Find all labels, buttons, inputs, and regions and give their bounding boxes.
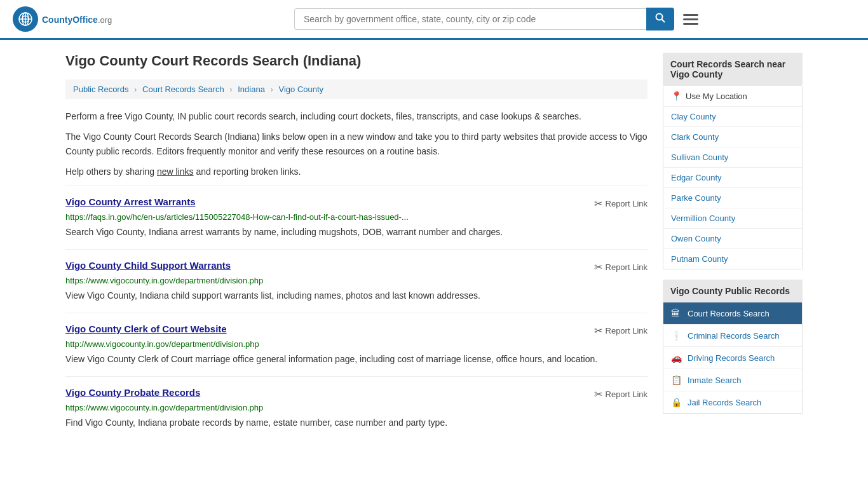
nearby-link-item-2[interactable]: Sullivan County <box>663 147 802 168</box>
public-records-list: 🏛 Court Records Search ❕ Criminal Record… <box>663 302 803 414</box>
report-link-label: Report Link <box>606 262 648 272</box>
nearby-section-title: Court Records Search near Vigo County <box>663 53 803 86</box>
nearby-link-6[interactable]: Owen County <box>663 229 802 248</box>
result-header: Vigo County Clerk of Court Website ✂ Rep… <box>65 323 648 337</box>
result-url-0: https://faqs.in.gov/hc/en-us/articles/11… <box>65 212 648 222</box>
nearby-link-4[interactable]: Parke County <box>663 188 802 208</box>
breadcrumb-indiana[interactable]: Indiana <box>238 85 265 94</box>
logo-icon <box>13 6 38 32</box>
public-record-label-2: Driving Records Search <box>688 353 775 363</box>
public-record-item-0[interactable]: 🏛 Court Records Search <box>663 302 802 325</box>
result-url-3: https://www.vigocounty.in.gov/department… <box>65 403 648 412</box>
results-container: Vigo County Arrest Warrants ✂ Report Lin… <box>65 186 648 440</box>
record-icon-3: 📋 <box>671 375 682 385</box>
nearby-link-item-0[interactable]: Clay County <box>663 107 802 127</box>
public-record-label-3: Inmate Search <box>688 376 742 385</box>
nearby-link-item-7[interactable]: Putnam County <box>663 249 802 269</box>
breadcrumb-vigo-county[interactable]: Vigo County <box>279 85 324 94</box>
public-record-label-0: Court Records Search <box>688 309 770 318</box>
scissors-icon: ✂ <box>594 198 602 210</box>
public-record-link-0[interactable]: 🏛 Court Records Search <box>663 302 802 324</box>
new-links-link[interactable]: new links <box>157 166 194 177</box>
description-2: The Vigo County Court Records Search (In… <box>65 130 648 158</box>
search-input[interactable] <box>294 8 646 30</box>
result-title-2[interactable]: Vigo County Clerk of Court Website <box>65 323 227 334</box>
result-desc-1: View Vigo County, Indiana child support … <box>65 289 648 302</box>
search-area <box>294 8 701 30</box>
report-link-label: Report Link <box>606 199 648 208</box>
nearby-link-item-1[interactable]: Clark County <box>663 127 802 147</box>
nearby-links-list: 📍 Use My Location Clay CountyClark Count… <box>663 86 803 269</box>
record-icon-0: 🏛 <box>671 308 682 318</box>
logo-text: CountyOffice.org <box>42 13 112 26</box>
site-header: CountyOffice.org <box>0 0 868 40</box>
result-title-3[interactable]: Vigo County Probate Records <box>65 387 200 398</box>
result-title-1[interactable]: Vigo County Child Support Warrants <box>65 260 231 271</box>
breadcrumb: Public Records › Court Records Search › … <box>65 79 648 99</box>
result-header: Vigo County Probate Records ✂ Report Lin… <box>65 387 648 400</box>
nearby-link-item-5[interactable]: Vermillion County <box>663 208 802 229</box>
report-link-3[interactable]: ✂ Report Link <box>594 387 648 400</box>
scissors-icon: ✂ <box>594 261 602 273</box>
result-desc-2: View Vigo County Clerk of Court marriage… <box>65 353 648 366</box>
result-url-2: http://www.vigocounty.in.gov/department/… <box>65 339 648 349</box>
public-records-section-title: Vigo County Public Records <box>663 280 803 302</box>
result-item: Vigo County Probate Records ✂ Report Lin… <box>65 376 648 440</box>
record-icon-4: 🔒 <box>671 397 682 407</box>
svg-point-5 <box>656 14 663 20</box>
page-title: Vigo County Court Records Search (Indian… <box>65 53 648 69</box>
sidebar: Court Records Search near Vigo County 📍 … <box>663 53 803 440</box>
public-record-link-2[interactable]: 🚗 Driving Records Search <box>663 347 802 369</box>
public-record-label-4: Jail Records Search <box>688 398 761 407</box>
result-item: Vigo County Clerk of Court Website ✂ Rep… <box>65 313 648 376</box>
result-header: Vigo County Child Support Warrants ✂ Rep… <box>65 260 648 273</box>
nearby-link-item-3[interactable]: Edgar County <box>663 168 802 188</box>
record-icon-1: ❕ <box>671 330 682 341</box>
nearby-link-item-4[interactable]: Parke County <box>663 188 802 208</box>
public-record-item-4[interactable]: 🔒 Jail Records Search <box>663 391 802 413</box>
description-3: Help others by sharing new links and rep… <box>65 165 648 179</box>
nearby-link-3[interactable]: Edgar County <box>663 168 802 187</box>
nearby-link-7[interactable]: Putnam County <box>663 249 802 269</box>
nearby-link-5[interactable]: Vermillion County <box>663 208 802 228</box>
menu-button[interactable] <box>681 11 701 27</box>
public-record-item-3[interactable]: 📋 Inmate Search <box>663 369 802 391</box>
svg-line-6 <box>662 20 665 23</box>
record-icon-2: 🚗 <box>671 353 682 363</box>
nearby-link-item-6[interactable]: Owen County <box>663 229 802 249</box>
location-icon: 📍 <box>671 91 682 101</box>
report-link-1[interactable]: ✂ Report Link <box>594 260 648 273</box>
result-item: Vigo County Arrest Warrants ✂ Report Lin… <box>65 186 648 249</box>
result-header: Vigo County Arrest Warrants ✂ Report Lin… <box>65 196 648 210</box>
nearby-link-2[interactable]: Sullivan County <box>663 147 802 167</box>
report-link-0[interactable]: ✂ Report Link <box>594 196 648 210</box>
search-button[interactable] <box>646 8 674 30</box>
breadcrumb-public-records[interactable]: Public Records <box>73 85 128 94</box>
public-record-link-3[interactable]: 📋 Inmate Search <box>663 369 802 391</box>
result-url-1: https://www.vigocounty.in.gov/department… <box>65 276 648 285</box>
result-title-0[interactable]: Vigo County Arrest Warrants <box>65 196 195 207</box>
scissors-icon: ✂ <box>594 325 602 337</box>
description-1: Perform a free Vigo County, IN public co… <box>65 109 648 123</box>
public-record-item-2[interactable]: 🚗 Driving Records Search <box>663 347 802 369</box>
report-link-2[interactable]: ✂ Report Link <box>594 323 648 337</box>
public-record-item-1[interactable]: ❕ Criminal Records Search <box>663 325 802 347</box>
public-record-link-4[interactable]: 🔒 Jail Records Search <box>663 391 802 413</box>
use-location-link[interactable]: 📍 Use My Location <box>663 86 802 106</box>
breadcrumb-court-records-search[interactable]: Court Records Search <box>142 85 224 94</box>
use-location-item[interactable]: 📍 Use My Location <box>663 86 802 107</box>
result-item: Vigo County Child Support Warrants ✂ Rep… <box>65 249 648 313</box>
report-link-label: Report Link <box>606 326 648 336</box>
public-record-label-1: Criminal Records Search <box>688 331 780 341</box>
public-record-link-1[interactable]: ❕ Criminal Records Search <box>663 325 802 346</box>
main-container: Vigo County Court Records Search (Indian… <box>53 40 815 452</box>
content-area: Vigo County Court Records Search (Indian… <box>65 53 648 440</box>
report-link-label: Report Link <box>606 390 648 399</box>
nearby-link-1[interactable]: Clark County <box>663 127 802 147</box>
logo-area: CountyOffice.org <box>13 6 127 32</box>
result-desc-3: Find Vigo County, Indiana probate record… <box>65 416 648 430</box>
result-desc-0: Search Vigo County, Indiana arrest warra… <box>65 226 648 239</box>
scissors-icon: ✂ <box>594 388 602 400</box>
nearby-link-0[interactable]: Clay County <box>663 107 802 126</box>
